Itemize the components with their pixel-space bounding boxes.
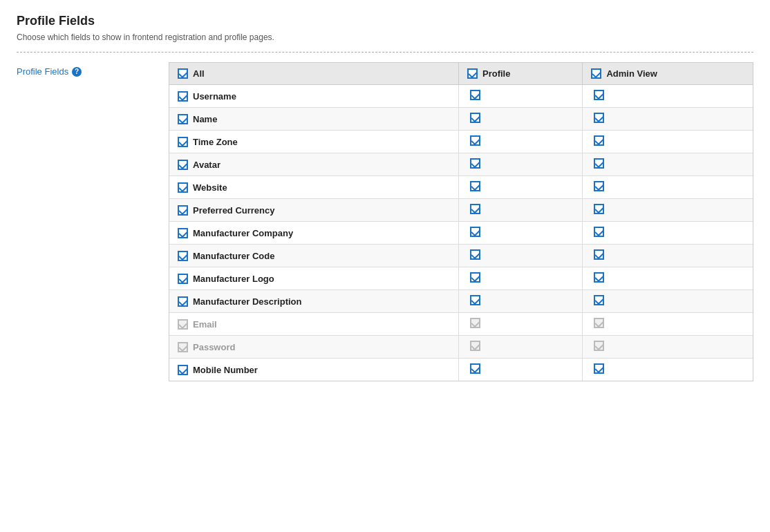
admin-checkbox-2[interactable] [594,135,604,146]
profile-checkbox-4[interactable] [470,181,480,191]
admin-cell-2 [583,131,753,153]
field-checkbox-9[interactable] [178,296,188,307]
profile-cell-10 [458,313,582,336]
table-row: Manufacturer Logo [169,267,753,290]
profile-cell-9 [458,290,582,313]
field-cell-1: Name [169,108,458,131]
field-checkbox-5[interactable] [178,205,188,216]
field-checkbox-2[interactable] [178,137,188,147]
table-row: Website [169,176,753,199]
field-cell-4: Website [169,176,458,199]
profile-cell-11 [458,336,582,359]
field-label-0: Username [193,91,236,102]
admin-cell-7 [583,245,753,267]
help-icon[interactable]: ? [72,67,82,77]
admin-checkbox-7[interactable] [594,249,604,260]
field-cell-9: Manufacturer Description [169,290,458,313]
table-row: Avatar [169,153,753,176]
left-label-area: Profile Fields ? [17,62,169,77]
header-profile-checkbox[interactable] [467,68,478,79]
table-row: Time Zone [169,131,753,153]
col-admin-label: Admin View [606,68,657,79]
profile-checkbox-12[interactable] [470,363,480,374]
header-admin-checkbox[interactable] [591,68,601,79]
table-body: UsernameNameTime ZoneAvatarWebsitePrefer… [169,85,753,381]
field-label-7: Manufacturer Code [193,251,274,261]
admin-cell-3 [583,153,753,176]
section-divider [17,52,753,53]
table-row: Name [169,108,753,131]
main-layout: Profile Fields ? All Profile [17,62,753,381]
profile-cell-1 [458,108,582,131]
admin-cell-4 [583,176,753,199]
table-row: Mobile Number [169,359,753,381]
profile-checkbox-3[interactable] [470,158,480,169]
col-header-admin-view: Admin View [583,63,753,85]
profile-checkbox-7[interactable] [470,249,480,260]
admin-checkbox-0[interactable] [594,90,604,100]
field-cell-7: Manufacturer Code [169,245,458,267]
field-checkbox-7[interactable] [178,251,188,261]
field-cell-3: Avatar [169,153,458,176]
field-label-4: Website [193,182,227,193]
field-cell-0: Username [169,85,458,108]
admin-cell-8 [583,267,753,290]
field-checkbox-12[interactable] [178,365,188,375]
field-label-11: Password [193,342,235,352]
profile-cell-6 [458,222,582,245]
profile-cell-3 [458,153,582,176]
field-label-5: Preferred Currency [193,205,275,216]
admin-checkbox-8[interactable] [594,272,604,283]
profile-checkbox-0[interactable] [470,90,480,100]
field-cell-11: Password [169,336,458,359]
admin-checkbox-5[interactable] [594,204,604,214]
admin-checkbox-9[interactable] [594,295,604,305]
admin-checkbox-1[interactable] [594,113,604,123]
field-cell-10: Email [169,313,458,336]
profile-checkbox-9[interactable] [470,295,480,305]
field-label-8: Manufacturer Logo [193,274,274,284]
header-all-checkbox[interactable] [178,68,188,79]
admin-cell-1 [583,108,753,131]
field-checkbox-1[interactable] [178,114,188,124]
profile-checkbox-8[interactable] [470,272,480,283]
admin-checkbox-6[interactable] [594,227,604,237]
page-subtitle: Choose which fields to show in frontend … [17,32,753,42]
profile-checkbox-6[interactable] [470,227,480,237]
profile-fields-table-wrapper: All Profile Admin View [169,62,753,381]
field-checkbox-6[interactable] [178,228,188,238]
table-row: Manufacturer Description [169,290,753,313]
field-checkbox-0[interactable] [178,91,188,102]
field-checkbox-3[interactable] [178,160,188,170]
field-cell-6: Manufacturer Company [169,222,458,245]
profile-cell-2 [458,131,582,153]
field-label-1: Name [193,114,217,124]
field-label-6: Manufacturer Company [193,228,293,238]
table-row: Password [169,336,753,359]
admin-checkbox-10 [594,318,604,328]
table-row: Manufacturer Code [169,245,753,267]
table-row: Username [169,85,753,108]
field-checkbox-8[interactable] [178,274,188,284]
profile-checkbox-2[interactable] [470,135,480,146]
profile-fields-table: All Profile Admin View [169,63,753,381]
admin-cell-11 [583,336,753,359]
col-all-label: All [193,68,205,79]
col-header-all: All [169,63,458,85]
admin-cell-9 [583,290,753,313]
field-checkbox-11 [178,342,188,352]
field-label-3: Avatar [193,160,220,170]
admin-checkbox-4[interactable] [594,181,604,191]
profile-cell-8 [458,267,582,290]
admin-checkbox-12[interactable] [594,363,604,374]
profile-checkbox-5[interactable] [470,204,480,214]
profile-checkbox-1[interactable] [470,113,480,123]
profile-checkbox-11 [470,341,480,351]
admin-checkbox-3[interactable] [594,158,604,169]
field-cell-2: Time Zone [169,131,458,153]
profile-cell-7 [458,245,582,267]
field-checkbox-4[interactable] [178,182,188,193]
field-cell-12: Mobile Number [169,359,458,381]
page-title: Profile Fields [17,14,753,28]
profile-cell-12 [458,359,582,381]
